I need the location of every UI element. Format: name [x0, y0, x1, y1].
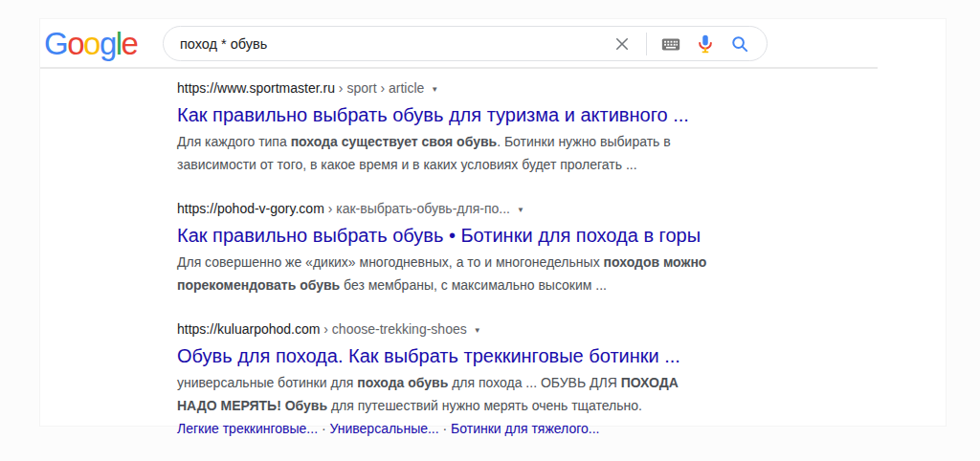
chevron-down-icon[interactable]: ▼ [474, 319, 481, 340]
sitelink-separator: · [439, 421, 451, 436]
clear-icon[interactable] [612, 33, 633, 55]
microphone-icon[interactable] [695, 33, 716, 55]
result-title-link[interactable]: Как правильно выбрать обувь для туризма … [177, 102, 689, 127]
logo-letter: o [67, 26, 83, 61]
sitelink[interactable]: Ботинки для тяжелого... [451, 421, 599, 436]
sitelink[interactable]: Универсальные... [329, 421, 438, 436]
result-snippet: Для каждого типа похода существует своя … [177, 130, 709, 176]
search-input[interactable]: поход * обувь [164, 36, 612, 52]
result-title-link[interactable]: Как правильно выбрать обувь • Ботинки дл… [177, 223, 701, 248]
sitelink-separator: · [318, 421, 329, 436]
result-snippet: Для совершенно же «диких» многодневных, … [177, 251, 709, 296]
results-list: https://www.sportmaster.ru › sport › art… [177, 78, 751, 461]
result-snippet: универсальные ботинки для похода обувь д… [177, 371, 709, 417]
searchbar-divider [646, 33, 647, 55]
result-url-line[interactable]: https://kuluarpohod.com › choose-trekkin… [177, 319, 751, 340]
search-icon[interactable] [729, 33, 750, 55]
keyboard-icon[interactable] [660, 33, 681, 55]
logo-letter: e [122, 26, 138, 61]
logo-letter: G [44, 26, 67, 61]
search-result: https://kuluarpohod.com › choose-trekkin… [177, 319, 751, 440]
chevron-down-icon[interactable]: ▼ [431, 78, 438, 99]
logo-letter: o [83, 26, 100, 61]
result-title-link[interactable]: Обувь для похода. Как выбрать треккингов… [177, 343, 680, 368]
search-results-page: Google поход * обувь [40, 19, 946, 426]
google-logo[interactable]: Google [44, 28, 137, 60]
result-url: https://www.sportmaster.ru [177, 79, 335, 98]
logo-letter: g [100, 26, 116, 61]
breadcrumb: › choose-trekking-shoes [320, 320, 466, 339]
sitelink[interactable]: Легкие треккинговые... [177, 421, 318, 436]
breadcrumb: › sport › article [335, 79, 424, 98]
result-url: https://pohod-v-gory.com [177, 200, 324, 218]
search-result: https://pohod-v-gory.com › как-выбрать-о… [177, 199, 751, 296]
sitelinks-row: Легкие треккинговые... · Универсальные..… [177, 417, 751, 440]
search-bar[interactable]: поход * обувь [163, 26, 768, 61]
result-url-line[interactable]: https://www.sportmaster.ru › sport › art… [177, 78, 751, 99]
breadcrumb: › как-выбрать-обувь-для-по... [324, 200, 510, 218]
chevron-down-icon[interactable]: ▼ [517, 199, 524, 219]
search-result: https://www.sportmaster.ru › sport › art… [177, 78, 751, 176]
result-url-line[interactable]: https://pohod-v-gory.com › как-выбрать-о… [177, 199, 751, 219]
header-divider [40, 67, 878, 69]
result-url: https://kuluarpohod.com [177, 320, 320, 339]
